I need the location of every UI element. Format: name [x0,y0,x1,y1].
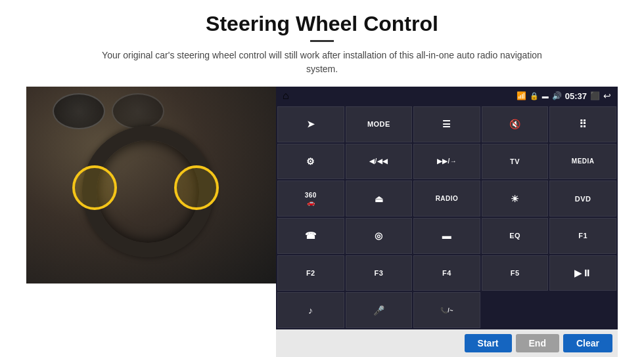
wifi-icon: 📶 [517,91,526,100]
f5-label: F5 [511,269,520,277]
callend-icon: 📞/~ [440,307,453,314]
f2-button[interactable]: F2 [277,255,344,291]
bottom-bar: Start End Clear [276,329,618,357]
steering-wheel-image: ➜ [26,87,276,284]
playpause-icon: ▶⏸ [574,268,591,278]
status-right: 📶 🔒 ▬ 🔊 05:37 ⬛ ↩ [517,91,611,101]
status-bar: ⌂ 📶 🔒 ▬ 🔊 05:37 ⬛ ↩ [276,87,618,105]
dashboard-gauge-left [53,93,105,129]
prev-icon: ◀/◀◀ [369,158,388,165]
mic-icon: 🎤 [373,305,385,316]
button-highlight-right [174,165,219,210]
mode-button[interactable]: MODE [346,106,413,142]
f1-label: F1 [578,232,587,240]
brightness-button[interactable]: ☀ [482,180,549,217]
back-icon[interactable]: ↩ [603,91,611,101]
empty1-button [482,292,549,328]
cam360-icon: 360🚗 [305,192,317,206]
phone-button[interactable]: ☎ [277,218,344,254]
cam360-button[interactable]: 360🚗 [277,180,344,217]
eject-button[interactable]: ⏏ [346,180,413,217]
content-row: ➜ ⌂ 📶 🔒 ▬ 🔊 05:37 ⬛ ↩ ➤ [26,87,618,357]
next-icon: ▶▶/→ [437,158,457,165]
screen-button[interactable]: ▬ [413,218,480,254]
page-title: Steering Wheel Control [206,12,438,36]
button-grid: ➤ MODE ☰ 🔇 ⠿ ⚙ ◀/◀◀ [276,105,618,329]
end-button[interactable]: End [516,334,559,352]
mode-label: MODE [367,120,390,128]
eject-icon: ⏏ [375,194,384,204]
tv-label: TV [510,158,520,165]
home-icon[interactable]: ⌂ [283,90,289,102]
status-time: 05:37 [565,91,587,101]
music-button[interactable]: ♪ [277,292,344,328]
prev-button[interactable]: ◀/◀◀ [346,144,413,180]
screen-icon: ▬ [442,230,452,241]
list-icon: ☰ [442,119,451,129]
settings-button[interactable]: ⚙ [277,144,344,180]
title-divider [310,40,334,42]
tv-button[interactable]: TV [482,144,549,180]
music-icon: ♪ [308,305,313,316]
brightness-icon: ☀ [511,194,520,204]
empty2-button [549,292,616,328]
mute-button[interactable]: 🔇 [482,106,549,142]
start-button[interactable]: Start [465,334,512,352]
callend-button[interactable]: 📞/~ [413,292,480,328]
radio-control-panel: ⌂ 📶 🔒 ▬ 🔊 05:37 ⬛ ↩ ➤ MODE [276,87,618,357]
media-button[interactable]: MEDIA [549,144,616,180]
f1-button[interactable]: F1 [549,218,616,254]
nav-icon: ➤ [307,119,315,129]
bt-icon: 🔊 [552,91,562,100]
dvd-button[interactable]: DVD [549,180,616,217]
eq-label: EQ [509,232,520,240]
dvd-label: DVD [575,195,591,203]
playpause-button[interactable]: ▶⏸ [549,255,616,291]
phone-icon: ☎ [305,230,317,241]
apps-icon: ⠿ [579,118,587,131]
media-label: MEDIA [572,158,595,165]
eq-button[interactable]: EQ [482,218,549,254]
f3-label: F3 [374,269,383,277]
dashboard-gauge-right [112,93,164,129]
settings-icon: ⚙ [306,156,315,167]
explore-icon: ◎ [375,230,383,241]
page-subtitle: Your original car's steering wheel contr… [92,49,552,76]
screen-icon: ⬛ [590,91,600,100]
mic-button[interactable]: 🎤 [346,292,413,328]
lock-icon: 🔒 [530,92,539,100]
f4-button[interactable]: F4 [413,255,480,291]
radio-label: RADIO [436,195,459,202]
f5-button[interactable]: F5 [482,255,549,291]
apps-button[interactable]: ⠿ [549,106,616,142]
mute-icon: 🔇 [509,119,521,129]
radio-button[interactable]: RADIO [413,180,480,217]
clear-button[interactable]: Clear [563,334,612,352]
next-button[interactable]: ▶▶/→ [413,144,480,180]
nav-button[interactable]: ➤ [277,106,344,142]
button-highlight-left [72,165,117,210]
explore-button[interactable]: ◎ [346,218,413,254]
f3-button[interactable]: F3 [346,255,413,291]
f2-label: F2 [306,269,315,277]
page-container: Steering Wheel Control Your original car… [0,0,644,357]
sd-icon: ▬ [542,93,549,100]
list-button[interactable]: ☰ [413,106,480,142]
f4-label: F4 [442,269,451,277]
